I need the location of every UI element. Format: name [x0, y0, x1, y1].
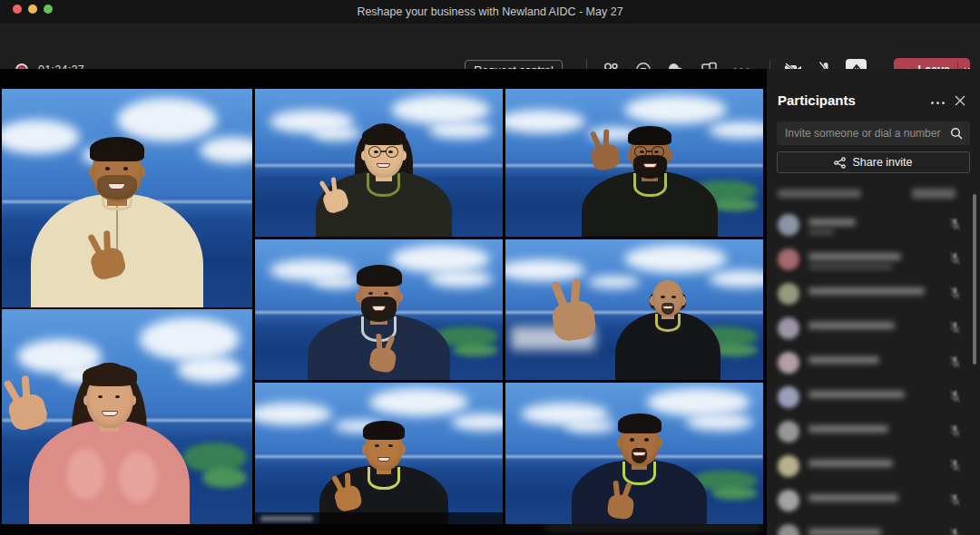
cloud: [391, 95, 490, 125]
avatar: [778, 248, 799, 270]
muted-mic-icon: [949, 355, 961, 373]
avatar: [778, 214, 799, 236]
avatar: [778, 421, 799, 443]
cloud: [428, 270, 493, 287]
participant-name-blurred: [808, 460, 893, 467]
video-tile-man-glasses[interactable]: [505, 89, 763, 237]
eye: [123, 167, 128, 170]
video-stage: [0, 69, 767, 535]
avatar: [778, 283, 799, 305]
share-invite-label: Share invite: [852, 156, 912, 169]
cloud: [624, 95, 728, 125]
finger: [103, 230, 110, 255]
cloud: [564, 420, 616, 433]
island: [202, 468, 248, 487]
eye: [644, 438, 649, 442]
eye: [105, 167, 110, 170]
smile: [643, 163, 657, 168]
glasses-bridge: [381, 151, 387, 152]
video-tile-bearded-man[interactable]: [255, 239, 503, 380]
smile: [102, 411, 118, 416]
participant-name-blurred: [808, 529, 881, 535]
avatar: [778, 386, 799, 408]
avatar: [778, 490, 799, 511]
eye: [384, 292, 388, 296]
finger: [551, 280, 570, 312]
hair-front: [628, 126, 671, 146]
finger: [613, 481, 621, 500]
finger: [589, 131, 603, 151]
avatar: [778, 352, 799, 374]
muted-mic-icon: [949, 528, 961, 535]
participant-name-blurred: [808, 391, 905, 398]
participant-name-blurred: [808, 322, 895, 329]
video-artifact: [544, 524, 762, 530]
name-plate: [255, 512, 503, 524]
meeting-title: Reshape your business with Newland AIDC …: [0, 0, 980, 24]
smile: [108, 183, 125, 189]
panel-close-icon[interactable]: [952, 92, 968, 109]
smile: [377, 457, 390, 462]
eye: [115, 395, 120, 399]
horizon: [505, 311, 763, 314]
participant-row[interactable]: [767, 452, 980, 487]
video-tile-young-man[interactable]: [255, 383, 503, 524]
participant-row[interactable]: [767, 349, 980, 384]
muted-mic-icon: [949, 493, 961, 511]
video-tile-kurta-man[interactable]: [2, 89, 252, 307]
teams-meeting-window: Reshape your business with Newland AIDC …: [0, 0, 980, 535]
name-blurred: [260, 516, 313, 521]
panel-scrollbar[interactable]: [973, 194, 976, 365]
hair-front: [618, 413, 662, 433]
video-tile-woman-glasses[interactable]: [255, 89, 503, 237]
participant-name-blurred: [808, 253, 901, 260]
ruffle: [119, 452, 157, 502]
participant-row[interactable]: [767, 487, 980, 521]
video-tile-woman-pink[interactable]: [2, 309, 252, 524]
muted-mic-icon: [949, 424, 961, 442]
finger: [345, 472, 350, 491]
cloud: [140, 317, 240, 360]
finger: [603, 129, 609, 150]
participant-name-blurred: [808, 494, 898, 501]
participant-row[interactable]: [767, 280, 980, 315]
participant-row[interactable]: [767, 521, 980, 535]
hair-front: [362, 126, 406, 146]
search-icon[interactable]: [950, 127, 963, 143]
muted-mic-icon: [949, 321, 961, 338]
muted-mic-icon: [949, 287, 961, 304]
cloud: [177, 356, 242, 382]
ruffle: [67, 449, 105, 500]
cloud: [312, 127, 362, 141]
video-tile-man-green-trim[interactable]: [505, 383, 763, 524]
avatar: [778, 524, 799, 535]
hair-front: [90, 137, 144, 161]
panel-title: Participants: [778, 92, 856, 108]
smile: [632, 452, 646, 456]
participant-row[interactable]: [767, 384, 980, 418]
hair-front: [357, 265, 402, 287]
video-tile-man-small[interactable]: [505, 239, 763, 380]
peace-hand-icon: [548, 277, 598, 345]
titlebar: Reshape your business with Newland AIDC …: [0, 0, 980, 24]
participant-row[interactable]: [767, 211, 980, 246]
list-header-blurred: [778, 190, 861, 198]
avatar: [778, 455, 799, 477]
participant-subtitle-blurred: [808, 264, 892, 269]
muted-mic-icon: [949, 252, 961, 269]
muted-mic-icon: [949, 459, 961, 476]
finger: [332, 475, 346, 494]
participant-name-blurred: [808, 356, 879, 364]
share-invite-button[interactable]: Share invite: [777, 151, 970, 173]
cloud: [624, 245, 728, 273]
share-invite-icon: [834, 157, 846, 169]
participant-name-blurred: [808, 425, 888, 433]
participant-row[interactable]: [767, 418, 980, 452]
panel-more-icon[interactable]: [928, 96, 946, 109]
hair-front: [83, 365, 137, 386]
cloud: [686, 413, 753, 431]
finger: [377, 334, 383, 353]
participant-row[interactable]: [767, 315, 980, 349]
invite-input[interactable]: [777, 122, 970, 145]
participant-row[interactable]: [767, 246, 980, 280]
